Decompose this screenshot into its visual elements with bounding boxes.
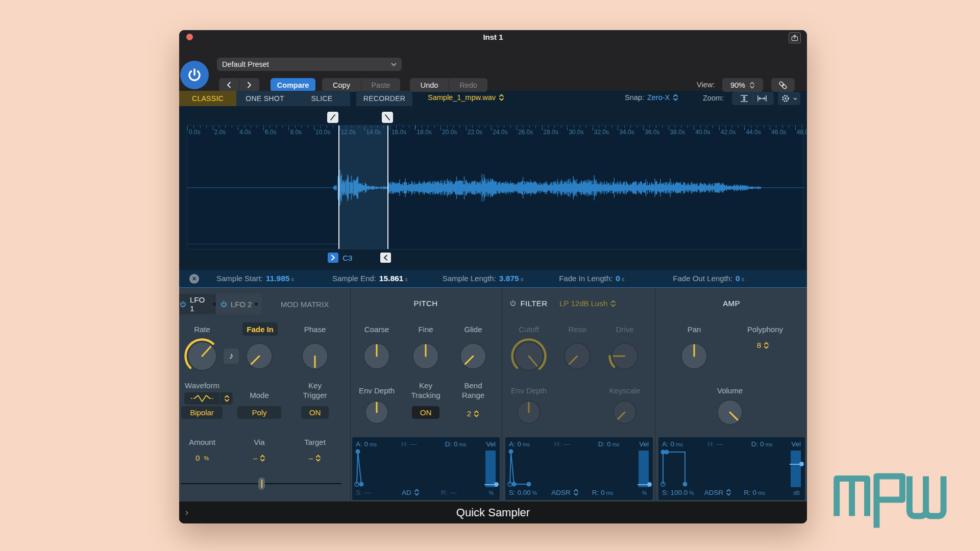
vel-slider-handle[interactable] [638, 484, 650, 485]
sample-start-marker-line[interactable] [338, 126, 339, 249]
bend-range-stepper[interactable]: 2 [467, 409, 479, 418]
tab-lfo1[interactable]: LFO 1 [179, 294, 216, 314]
zoom-buttons [732, 92, 774, 105]
waveform-display[interactable]: 0.0s2.0s4.0s6.0s8.0s10.0s12.0s14.0s16.0s… [187, 125, 803, 249]
sample-name-dropdown[interactable]: Sample_1_mpw.wav [428, 93, 530, 102]
power-icon[interactable] [220, 300, 228, 308]
coarse-knob[interactable] [360, 340, 393, 372]
copy-button[interactable]: Copy [322, 78, 361, 92]
stepper-updown-icon [749, 81, 755, 89]
sample-start-flag[interactable] [328, 253, 338, 263]
link-button[interactable] [771, 78, 795, 92]
drive-knob[interactable] [608, 340, 641, 372]
envelope-curve[interactable] [507, 448, 625, 488]
pitch-header: PITCH [414, 299, 438, 308]
plugin-power-button[interactable] [180, 61, 209, 89]
tab-lfo2[interactable]: LFO 2 [216, 294, 262, 314]
fade-in-handle[interactable] [327, 112, 338, 123]
slider-handle[interactable] [258, 478, 265, 490]
lfo-mode-value[interactable]: Poly [237, 406, 281, 419]
lfo-waveform-stepper[interactable] [220, 392, 233, 405]
power-icon[interactable] [179, 300, 187, 308]
filter-env-depth-label: Env Depth [511, 386, 547, 395]
fade-out-length-readout[interactable]: Fade Out Length: 0 s [673, 274, 744, 283]
stepper-updown-icon [499, 93, 504, 102]
clear-sample-icon[interactable]: × [189, 274, 199, 284]
sample-end-readout[interactable]: Sample End: 15.861 s [332, 274, 408, 283]
fade-out-handle[interactable] [382, 112, 393, 123]
vel-slider-handle[interactable] [790, 464, 802, 465]
key-trigger-value[interactable]: ON [301, 406, 329, 419]
envelope-mode-selector[interactable]: ADSR [551, 488, 579, 496]
prev-preset-button[interactable] [219, 78, 239, 92]
tab-one-shot[interactable]: ONE SHOT [236, 91, 293, 106]
filter-env-depth-knob[interactable] [514, 397, 544, 427]
pan-knob[interactable] [678, 340, 710, 372]
snap-control[interactable]: Snap: Zero-X [625, 93, 678, 102]
fade-in-knob[interactable] [243, 340, 276, 372]
action-menu-button[interactable] [778, 92, 800, 105]
tab-slice[interactable]: SLICE [293, 91, 350, 106]
window-link-button[interactable] [789, 32, 801, 43]
envelope-curve[interactable] [660, 448, 778, 488]
sample-length-readout[interactable]: Sample Length: 3.875 s [443, 274, 523, 283]
tab-recorder[interactable]: RECORDER [356, 91, 412, 106]
sample-end-flag[interactable] [380, 253, 391, 263]
vel-slider[interactable] [791, 450, 801, 487]
rate-sync-button[interactable]: ♪ [224, 348, 239, 364]
tab-classic[interactable]: CLASSIC [179, 91, 236, 106]
ruler-label: 20.0s [442, 129, 457, 136]
fade-in-mode-button[interactable]: Fade In [242, 322, 278, 336]
redo-button[interactable]: Redo [449, 78, 487, 92]
paste-button[interactable]: Paste [361, 78, 400, 92]
selection-region[interactable] [339, 126, 388, 249]
vel-slider-handle[interactable] [484, 484, 497, 485]
sample-end-marker-line[interactable] [387, 126, 388, 249]
keyscale-knob[interactable] [610, 397, 640, 427]
amount-value[interactable]: 0 % [195, 454, 209, 462]
zoom-vertical-button[interactable] [739, 94, 750, 103]
filter-envelope-panel[interactable]: A: 0ms H: — D: 0ms Vel S: 0.00% ADSR R: … [505, 437, 653, 500]
via-selector[interactable]: – [253, 454, 265, 462]
compare-button[interactable]: Compare [271, 78, 315, 92]
sample-start-readout[interactable]: Sample Start: 11.985 s [216, 274, 294, 283]
pitch-env-depth-knob[interactable] [362, 397, 391, 427]
target-selector[interactable]: – [309, 454, 321, 462]
gear-icon [781, 94, 790, 103]
lfo-waveform-selector[interactable] [184, 392, 220, 405]
vel-slider[interactable] [485, 450, 496, 487]
next-preset-button[interactable] [239, 78, 259, 92]
filter-power-button[interactable] [509, 299, 517, 307]
polyphony-stepper[interactable]: 8 [757, 341, 769, 349]
amp-envelope-panel[interactable]: A: 0ms H: — D: 0ms Vel S: 100.0% ADSR R:… [658, 437, 805, 500]
power-icon [186, 66, 203, 84]
tab-mod-matrix[interactable]: MOD MATRIX [262, 294, 348, 314]
lfo-amount-slider[interactable] [181, 478, 341, 490]
filter-type-dropdown[interactable]: LP 12dB Lush [559, 299, 616, 308]
rate-knob[interactable] [184, 338, 220, 374]
preset-dropdown[interactable]: Default Preset [217, 58, 402, 71]
phase-knob[interactable] [299, 340, 331, 372]
fade-in-length-readout[interactable]: Fade In Length: 0 s [559, 274, 624, 283]
undo-button[interactable]: Undo [410, 78, 449, 92]
key-tracking-value[interactable]: ON [412, 406, 439, 419]
fine-knob[interactable] [409, 340, 442, 372]
ruler-label: 40.0s [695, 129, 710, 136]
glide-knob[interactable] [457, 340, 489, 372]
envelope-curve[interactable] [354, 448, 472, 488]
vel-slider[interactable] [639, 450, 649, 487]
cutoff-knob[interactable] [511, 338, 547, 374]
zoom-horizontal-button[interactable] [756, 94, 768, 103]
disclosure-chevron[interactable]: › [185, 507, 188, 518]
envelope-mode-selector[interactable]: AD [402, 488, 420, 496]
root-note-label[interactable]: C3 [342, 254, 352, 262]
view-stepper[interactable]: 90% [722, 78, 763, 92]
pitch-envelope-panel[interactable]: A: 0ms H: — D: 0ms Vel S: — AD R: — % [352, 437, 500, 500]
envelope-mode-selector[interactable]: ADSR [704, 488, 732, 496]
ruler-label: 2.0s [214, 129, 226, 136]
fade-baseline [187, 244, 339, 244]
bipolar-button[interactable]: Bipolar [181, 406, 223, 419]
volume-knob[interactable] [714, 396, 746, 428]
reso-knob[interactable] [561, 340, 594, 372]
chevron-down-icon [391, 63, 397, 66]
